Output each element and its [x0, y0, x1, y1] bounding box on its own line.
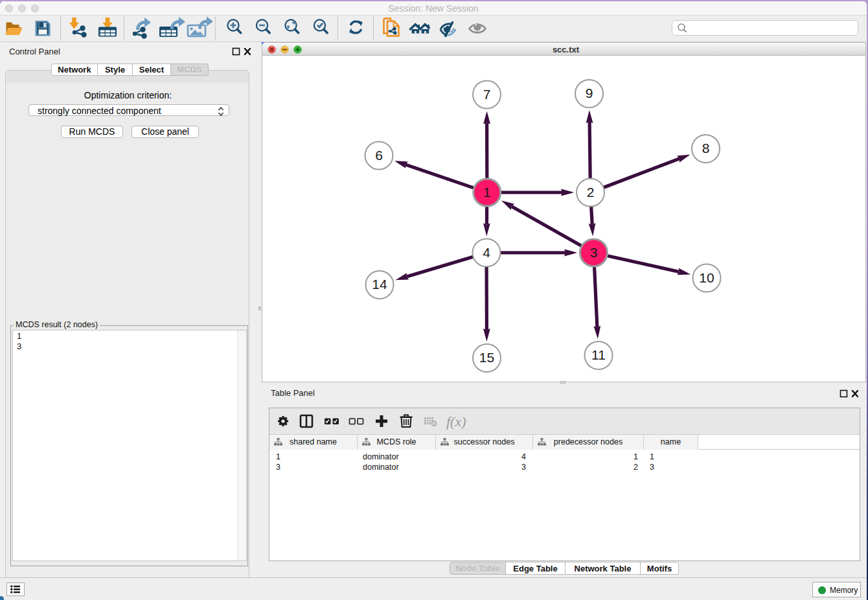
- svg-text:4: 4: [483, 245, 490, 260]
- svg-text:6: 6: [375, 148, 383, 163]
- svg-text:8: 8: [702, 141, 710, 156]
- svg-text:11: 11: [591, 347, 606, 362]
- svg-text:3: 3: [590, 245, 598, 260]
- svg-text:2: 2: [587, 185, 595, 200]
- svg-text:1: 1: [483, 185, 491, 200]
- svg-text:15: 15: [479, 350, 494, 365]
- svg-text:7: 7: [483, 87, 491, 102]
- svg-text:10: 10: [699, 270, 714, 285]
- svg-text:9: 9: [586, 86, 593, 100]
- svg-text:f(x): f(x): [446, 413, 466, 430]
- svg-text:14: 14: [372, 277, 387, 292]
